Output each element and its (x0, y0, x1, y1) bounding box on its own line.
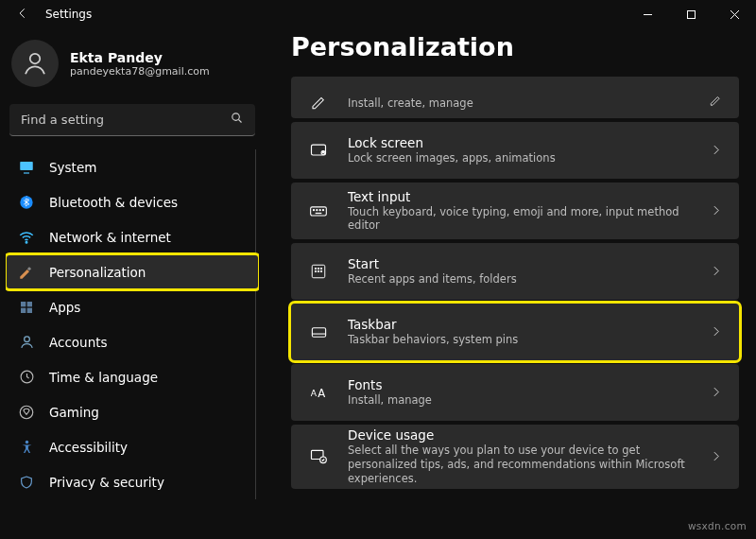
chevron-right-icon (710, 323, 722, 341)
svg-point-10 (26, 241, 27, 243)
svg-point-28 (322, 210, 323, 211)
device-usage-icon (306, 447, 331, 466)
keyboard-icon (306, 201, 331, 220)
svg-rect-1 (687, 10, 695, 18)
page-title: Personalization (291, 32, 739, 61)
sidebar-item-apps[interactable]: Apps (6, 289, 259, 324)
svg-point-33 (320, 268, 322, 270)
sidebar-item-label: System (49, 160, 96, 175)
themes-icon (306, 94, 331, 111)
card-title: Text input (348, 189, 710, 205)
sidebar-item-personalization[interactable]: Personalization (6, 254, 259, 289)
svg-point-32 (318, 268, 319, 270)
sidebar-item-label: Gaming (49, 405, 99, 420)
chevron-right-icon (710, 142, 722, 160)
sidebar-item-label: Accessibility (49, 440, 128, 455)
sidebar-item-privacy[interactable]: Privacy & security (6, 464, 259, 499)
close-button[interactable] (713, 0, 756, 28)
maximize-button[interactable] (669, 0, 713, 28)
chevron-right-icon (710, 202, 722, 220)
sidebar-item-system[interactable]: System (6, 149, 259, 184)
accounts-icon (17, 333, 36, 352)
svg-point-35 (318, 270, 319, 272)
apps-icon (17, 298, 36, 317)
sidebar: Ekta Pandey pandeyekta78@gmail.com Syste… (0, 28, 265, 539)
svg-rect-13 (27, 302, 32, 306)
sidebar-item-label: Accounts (49, 335, 108, 350)
card-start[interactable]: Start Recent apps and items, folders (291, 243, 739, 300)
svg-point-26 (317, 210, 318, 211)
chevron-right-icon (710, 384, 722, 402)
settings-cards: Install, create, manage Lock screen Lock… (291, 77, 739, 489)
system-icon (17, 158, 36, 177)
minimize-button[interactable] (626, 0, 669, 28)
svg-rect-14 (21, 307, 26, 312)
svg-point-27 (319, 210, 320, 211)
svg-rect-37 (312, 327, 325, 337)
card-sub: Lock screen images, apps, animations (348, 151, 710, 165)
sidebar-item-accounts[interactable]: Accounts (6, 324, 259, 359)
accessibility-icon (17, 438, 36, 457)
svg-point-5 (232, 113, 240, 121)
svg-point-18 (20, 406, 33, 419)
sidebar-item-gaming[interactable]: Gaming (6, 394, 259, 429)
card-lock-screen[interactable]: Lock screen Lock screen images, apps, an… (291, 122, 739, 179)
personalization-icon (17, 263, 36, 282)
bluetooth-icon (17, 193, 36, 212)
start-icon (306, 263, 331, 280)
svg-point-19 (25, 441, 27, 443)
svg-rect-7 (20, 162, 33, 170)
svg-point-36 (320, 270, 322, 272)
card-title: Taskbar (348, 317, 710, 333)
card-title: Start (348, 256, 710, 272)
taskbar-icon (306, 323, 331, 341)
card-text-input[interactable]: Text input Touch keyboard, voice typing,… (291, 183, 739, 239)
shield-icon (17, 473, 36, 492)
sidebar-item-bluetooth[interactable]: Bluetooth & devices (6, 184, 259, 219)
card-sub: Touch keyboard, voice typing, emoji and … (348, 205, 710, 234)
svg-rect-15 (27, 307, 32, 312)
card-sub: Select all the ways you plan to use your… (348, 443, 710, 486)
sidebar-item-label: Time & language (49, 370, 158, 385)
svg-rect-23 (311, 207, 327, 216)
sidebar-item-label: Personalization (49, 265, 146, 280)
svg-text:A: A (318, 387, 325, 400)
search-input[interactable] (21, 113, 230, 127)
edit-icon (709, 93, 722, 111)
svg-rect-12 (21, 302, 26, 306)
sidebar-item-time-language[interactable]: Time & language (6, 359, 259, 394)
window-title: Settings (45, 8, 92, 21)
card-device-usage[interactable]: Device usage Select all the ways you pla… (291, 425, 739, 489)
card-title: Fonts (348, 377, 710, 393)
card-sub: Recent apps and items, folders (348, 272, 710, 287)
lock-screen-icon (306, 141, 331, 160)
sidebar-item-label: Privacy & security (49, 475, 164, 490)
watermark: wsxdn.com (688, 520, 747, 531)
card-sub: Taskbar behaviors, system pins (348, 333, 710, 347)
card-sub: Install, manage (348, 393, 710, 408)
card-title: Lock screen (348, 135, 710, 151)
sidebar-item-accessibility[interactable]: Accessibility (6, 429, 259, 464)
profile-block[interactable]: Ekta Pandey pandeyekta78@gmail.com (6, 36, 259, 104)
card-sub: Install, create, manage (348, 96, 709, 111)
chevron-right-icon (710, 448, 722, 466)
gaming-icon (17, 403, 36, 422)
svg-line-6 (238, 119, 241, 122)
sidebar-item-label: Network & internet (49, 230, 171, 245)
main-panel: Personalization Install, create, manage (265, 28, 756, 539)
avatar (11, 40, 59, 87)
card-fonts[interactable]: AA Fonts Install, manage (291, 364, 739, 421)
svg-text:A: A (311, 388, 318, 398)
window-controls (626, 0, 756, 28)
search-box[interactable] (9, 104, 255, 136)
card-taskbar[interactable]: Taskbar Taskbar behaviors, system pins (291, 304, 739, 360)
wifi-icon (17, 228, 36, 247)
card-title: Device usage (348, 427, 710, 443)
search-icon (230, 111, 244, 129)
back-button[interactable] (13, 7, 32, 23)
profile-name: Ekta Pandey (70, 50, 210, 65)
svg-point-16 (24, 337, 29, 342)
chevron-right-icon (710, 263, 722, 281)
sidebar-item-network[interactable]: Network & internet (6, 219, 259, 254)
card-themes[interactable]: Install, create, manage (291, 77, 739, 118)
